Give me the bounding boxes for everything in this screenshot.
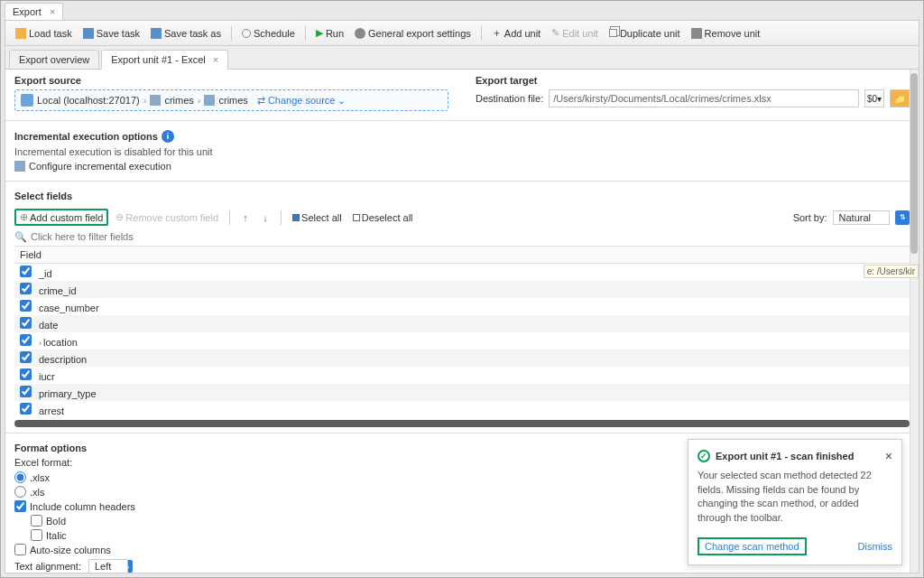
toast-body: Your selected scan method detected 22 fi…	[698, 469, 892, 525]
deselect-all-button[interactable]: Deselect all	[349, 211, 417, 224]
scrollbar-track[interactable]	[910, 70, 919, 573]
move-down-button[interactable]: ↓	[257, 210, 273, 226]
field-checkbox[interactable]	[20, 317, 32, 329]
add-unit-button[interactable]: ＋Add unit	[487, 24, 545, 42]
field-checkbox[interactable]	[20, 351, 32, 363]
play-icon: ▶	[316, 27, 323, 39]
deselect-all-icon	[353, 214, 360, 221]
text-alignment-label: Text alignment:	[14, 561, 81, 572]
field-checkbox[interactable]	[20, 300, 32, 312]
close-icon[interactable]: ×	[885, 449, 892, 463]
duplicate-unit-button[interactable]: Duplicate unit	[605, 26, 685, 41]
separator	[229, 210, 230, 225]
minus-icon: ⊖	[116, 211, 124, 223]
field-name: primary_type	[39, 388, 97, 399]
plus-icon: ⊕	[20, 211, 28, 223]
sort-by-select[interactable]: Natural	[833, 210, 890, 225]
export-target-title: Export target	[476, 75, 910, 86]
field-row[interactable]: arrest	[14, 401, 910, 418]
field-checkbox[interactable]	[20, 403, 32, 415]
edit-unit-button: ✎Edit unit	[547, 25, 603, 41]
tab-export-unit-1[interactable]: Export unit #1 - Excel×	[101, 50, 228, 70]
info-icon[interactable]: i	[162, 130, 174, 143]
field-name: location	[43, 337, 78, 348]
source-collection: crimes	[218, 95, 247, 106]
tab-export-overview[interactable]: Export overview	[9, 50, 99, 69]
scrollbar-thumb[interactable]	[910, 73, 918, 254]
top-tab-label: Export	[13, 6, 42, 17]
save-task-as-button[interactable]: Save task as	[146, 26, 226, 41]
field-row[interactable]: iucr	[14, 367, 910, 384]
source-breadcrumb: Local (localhost:27017) › crimes › crime…	[14, 89, 448, 111]
separator	[281, 210, 282, 225]
move-up-button[interactable]: ↑	[237, 210, 254, 226]
destination-file-input[interactable]	[549, 89, 859, 107]
duplicate-icon	[609, 29, 617, 37]
schedule-button[interactable]: Schedule	[237, 26, 300, 41]
field-name: case_number	[39, 303, 99, 313]
chevron-up-down-icon[interactable]: ⇅	[895, 210, 910, 225]
chevron-down-icon: ⌄	[337, 95, 346, 107]
price-button[interactable]: $0▾	[864, 89, 884, 107]
change-scan-method-button[interactable]: Change scan method	[698, 537, 807, 555]
field-row[interactable]: case_number	[14, 298, 910, 315]
change-source-button[interactable]: ⇄ Change source ⌄	[257, 95, 346, 107]
filter-fields-input[interactable]	[31, 229, 910, 244]
save-icon	[83, 28, 94, 39]
close-icon[interactable]: ×	[50, 6, 55, 17]
remove-unit-button[interactable]: Remove unit	[687, 26, 765, 41]
field-row[interactable]: crime_id	[14, 281, 910, 298]
expand-caret-icon[interactable]: ›	[39, 339, 42, 348]
general-settings-button[interactable]: General export settings	[350, 26, 476, 41]
field-checkbox[interactable]	[20, 386, 32, 397]
sort-by-label: Sort by:	[793, 212, 827, 223]
load-task-button[interactable]: Load task	[11, 26, 77, 41]
field-row[interactable]: primary_type	[14, 384, 910, 401]
field-row[interactable]: description	[14, 350, 910, 367]
field-checkbox[interactable]	[20, 283, 32, 294]
tooltip-fragment: e: /Users/kir	[864, 265, 919, 278]
gear-icon	[355, 28, 365, 39]
browse-folder-button[interactable]: 📁	[890, 89, 910, 107]
check-circle-icon: ✓	[698, 450, 710, 462]
field-row[interactable]: _id	[14, 264, 910, 282]
clock-icon	[242, 29, 251, 38]
scan-finished-toast: ✓ Export unit #1 - scan finished × Your …	[688, 439, 902, 565]
horizontal-scrollbar[interactable]	[14, 420, 910, 427]
field-row[interactable]: ›location	[14, 332, 910, 350]
add-custom-field-button[interactable]: ⊕Add custom field	[14, 209, 108, 226]
field-column-header: Field	[14, 247, 910, 264]
fields-toolbar: ⊕Add custom field ⊖Remove custom field ↑…	[5, 207, 919, 228]
select-all-button[interactable]: Select all	[289, 211, 346, 224]
field-checkbox[interactable]	[20, 266, 32, 277]
folder-open-icon	[15, 28, 26, 39]
incremental-title: Incremental execution optionsi	[14, 130, 910, 143]
dismiss-button[interactable]: Dismiss	[858, 541, 893, 552]
configure-incremental-button[interactable]: Configure incremental execution	[14, 161, 910, 172]
chevron-right-icon: ›	[143, 95, 147, 106]
close-icon[interactable]: ×	[213, 54, 218, 65]
separator	[481, 26, 482, 41]
database-icon	[150, 95, 161, 106]
select-all-icon	[292, 214, 300, 221]
content-area: Export source Local (localhost:27017) › …	[5, 70, 919, 573]
field-name: description	[39, 354, 87, 365]
collection-icon	[204, 95, 215, 106]
run-button[interactable]: ▶Run	[311, 25, 348, 41]
select-fields-title: Select fields	[14, 191, 910, 201]
source-host: Local (localhost:27017)	[37, 95, 140, 106]
save-task-button[interactable]: Save task	[79, 26, 144, 41]
field-row[interactable]: date	[14, 315, 910, 332]
sub-tabs: Export overview Export unit #1 - Excel×	[5, 46, 919, 70]
field-checkbox[interactable]	[20, 334, 32, 346]
config-icon	[14, 161, 25, 172]
search-icon: 🔍	[14, 231, 27, 243]
fields-table: Field _idcrime_idcase_numberdate›locatio…	[14, 246, 910, 418]
pencil-icon: ✎	[551, 27, 559, 39]
field-checkbox[interactable]	[20, 368, 32, 380]
remove-custom-field-button: ⊖Remove custom field	[112, 210, 222, 224]
text-alignment-select[interactable]: Left	[88, 559, 128, 573]
save-as-icon	[151, 28, 162, 39]
top-tab-export[interactable]: Export ×	[5, 3, 63, 20]
incremental-disabled-text: Incremental execution is disabled for th…	[14, 146, 910, 157]
